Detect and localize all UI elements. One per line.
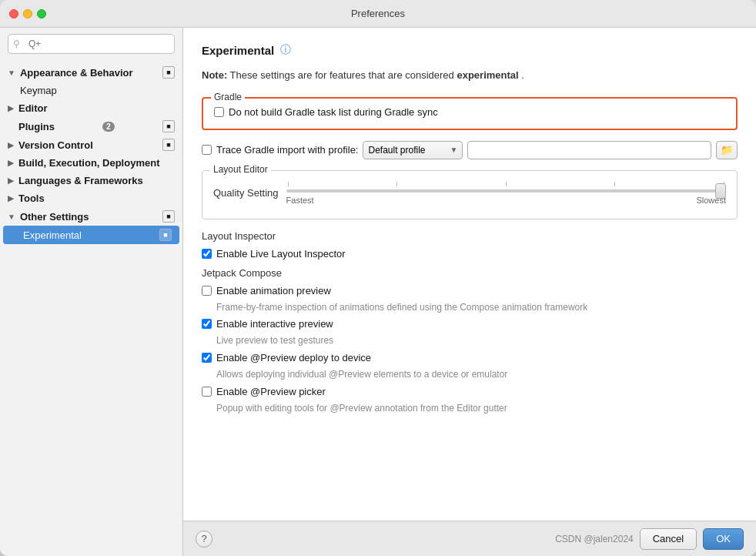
preview-picker-checkbox[interactable] (202, 387, 212, 397)
content-area: ⚲ ▼ Appearance & Behavior ■ Keymap ▶ Edi… (0, 28, 756, 556)
gradle-checkbox1-row: Do not build Gradle task list during Gra… (214, 106, 725, 118)
traffic-lights (9, 9, 46, 18)
main-content: Experimental ⓘ Note: These settings are … (183, 28, 756, 556)
info-icon[interactable]: ⓘ (280, 43, 291, 57)
interactive-preview-subtext: Live preview to test gestures (216, 334, 738, 347)
quality-setting-label: Quality Setting (213, 187, 279, 199)
quality-max-label: Slowest (696, 196, 726, 205)
animation-preview-checkbox[interactable] (202, 286, 212, 296)
sidebar-item-build-execution[interactable]: ▶ Build, Execution, Deployment (0, 154, 182, 172)
gradle-checkbox1-label: Do not build Gradle task list during Gra… (229, 106, 438, 118)
titlebar: Preferences (0, 0, 756, 28)
layout-editor-group: Layout Editor Quality Setting (202, 170, 738, 219)
chevron-right-icon3: ▶ (8, 159, 14, 167)
quality-min-label: Fastest (286, 196, 314, 205)
search-input[interactable] (8, 34, 175, 54)
note-text: Note: These settings are for features th… (202, 68, 738, 83)
close-button[interactable] (9, 9, 18, 18)
chevron-right-icon: ▶ (8, 104, 14, 112)
jetpack-compose-label: Jetpack Compose (202, 267, 738, 279)
chevron-right-icon4: ▶ (8, 176, 14, 185)
trace-checkbox[interactable] (202, 145, 212, 155)
window-title: Preferences (351, 8, 405, 19)
maximize-button[interactable] (37, 9, 46, 18)
plugins-settings-icon[interactable]: ■ (162, 120, 175, 132)
deploy-to-device-row: Enable @Preview deploy to device (202, 352, 738, 363)
section-title-row: Experimental ⓘ (202, 43, 738, 57)
trace-row: Trace Gradle import with profile: Defaul… (202, 141, 738, 159)
sidebar-item-plugins[interactable]: Plugins 2 ■ (0, 117, 182, 136)
sidebar-item-version-control[interactable]: ▶ Version Control ■ (0, 136, 182, 154)
help-button[interactable]: ? (196, 531, 212, 548)
quality-setting-row: Quality Setting (213, 182, 726, 205)
sidebar-item-experimental[interactable]: Experimental ■ (3, 226, 179, 244)
sidebar-item-editor[interactable]: ▶ Editor (0, 99, 182, 117)
trace-path-field[interactable] (467, 141, 711, 159)
live-layout-inspector-label: Enable Live Layout Inspector (216, 248, 346, 260)
cancel-button[interactable]: Cancel (640, 528, 697, 550)
interactive-preview-row: Enable interactive preview (202, 318, 738, 330)
layout-inspector-label: Layout Inspector (202, 230, 738, 242)
live-layout-inspector-checkbox[interactable] (202, 249, 212, 259)
vc-settings-icon[interactable]: ■ (162, 139, 175, 151)
other-settings-icon[interactable]: ■ (162, 210, 175, 223)
search-icon: ⚲ (13, 39, 20, 49)
sidebar-item-other-settings[interactable]: ▼ Other Settings ■ (0, 207, 182, 226)
bottom-bar: ? CSDN @jalen2024 Cancel OK (183, 521, 756, 556)
interactive-preview-checkbox[interactable] (202, 319, 212, 329)
animation-preview-label: Enable animation preview (216, 285, 331, 296)
gradle-group: Gradle Do not build Gradle task list dur… (202, 97, 738, 130)
trace-dropdown[interactable]: Default profile ▼ (363, 141, 463, 159)
chevron-down-icon: ▼ (8, 69, 15, 77)
sidebar-item-languages-frameworks[interactable]: ▶ Languages & Frameworks (0, 172, 182, 189)
sidebar-item-appearance-behavior[interactable]: ▼ Appearance & Behavior ■ (0, 63, 182, 82)
ok-button[interactable]: OK (703, 528, 744, 550)
deploy-to-device-label: Enable @Preview deploy to device (216, 352, 371, 363)
animation-preview-subtext: Frame-by-frame inspection of animations … (216, 301, 738, 314)
folder-button[interactable]: 📁 (716, 141, 738, 159)
main-inner: Experimental ⓘ Note: These settings are … (183, 28, 756, 521)
gradle-checkbox1[interactable] (214, 107, 224, 117)
watermark: CSDN @jalen2024 (555, 534, 634, 544)
dropdown-arrow-icon: ▼ (450, 146, 458, 154)
sidebar-item-keymap[interactable]: Keymap (0, 82, 182, 99)
layout-editor-label: Layout Editor (210, 164, 271, 175)
preferences-window: Preferences ⚲ ▼ Appearance & Behavior ■ … (0, 0, 756, 556)
sidebar-settings-icon[interactable]: ■ (162, 66, 175, 79)
sidebar-nav: ▼ Appearance & Behavior ■ Keymap ▶ Edito… (0, 60, 182, 556)
preview-picker-label: Enable @Preview picker (216, 386, 326, 397)
preview-picker-row: Enable @Preview picker (202, 386, 738, 397)
page-title: Experimental (202, 44, 274, 57)
deploy-to-device-subtext: Allows deploying individual @Preview ele… (216, 368, 738, 381)
preview-picker-subtext: Popup with editing tools for @Preview an… (216, 402, 738, 415)
chevron-right-icon2: ▶ (8, 141, 14, 149)
chevron-right-icon5: ▶ (8, 194, 14, 203)
plugins-badge: 2 (102, 122, 115, 132)
sidebar-item-tools[interactable]: ▶ Tools (0, 189, 182, 207)
trace-label: Trace Gradle import with profile: (216, 144, 358, 156)
deploy-to-device-checkbox[interactable] (202, 353, 212, 363)
chevron-down-icon2: ▼ (8, 213, 15, 221)
experimental-settings-icon[interactable]: ■ (159, 229, 172, 241)
animation-preview-row: Enable animation preview (202, 285, 738, 296)
minimize-button[interactable] (23, 9, 32, 18)
layout-inspector-checkbox-row: Enable Live Layout Inspector (202, 248, 738, 260)
sidebar: ⚲ ▼ Appearance & Behavior ■ Keymap ▶ Edi… (0, 28, 183, 556)
quality-slider[interactable] (286, 189, 726, 193)
interactive-preview-label: Enable interactive preview (216, 318, 333, 330)
search-box: ⚲ (8, 34, 175, 54)
gradle-group-label: Gradle (211, 92, 245, 102)
